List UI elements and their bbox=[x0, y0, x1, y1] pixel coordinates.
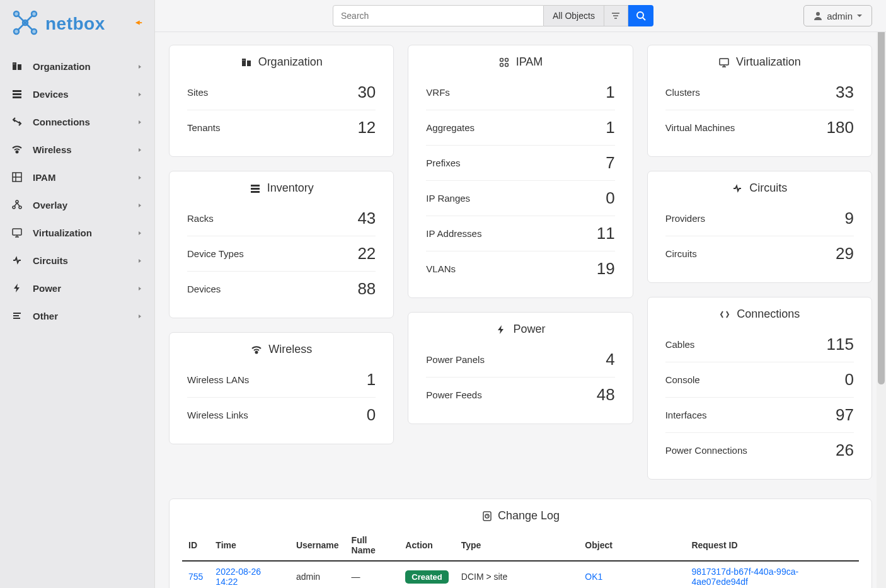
stat-row[interactable]: Providers9 bbox=[665, 201, 854, 236]
svg-rect-8 bbox=[13, 62, 16, 70]
col-header[interactable]: Object bbox=[578, 530, 685, 561]
stat-row[interactable]: Wireless LANs1 bbox=[187, 362, 376, 398]
sidebar-item-devices[interactable]: Devices bbox=[0, 80, 154, 108]
log-time[interactable]: 2022-08-26 14:22 bbox=[216, 567, 261, 587]
sidebar-item-other[interactable]: Other bbox=[0, 302, 154, 330]
stat-row[interactable]: Clusters33 bbox=[665, 75, 854, 110]
stat-row[interactable]: Power Panels4 bbox=[426, 342, 614, 378]
stat-row[interactable]: Cables115 bbox=[665, 327, 854, 362]
topbar: All Objects admin bbox=[155, 0, 886, 32]
col-header[interactable]: Type bbox=[455, 530, 579, 561]
stat-label: Circuits bbox=[665, 248, 697, 259]
changelog-card: Change Log IDTimeUsernameFull NameAction… bbox=[169, 499, 872, 588]
stat-row[interactable]: Sites30 bbox=[187, 75, 376, 110]
stat-row[interactable]: Racks43 bbox=[187, 201, 376, 236]
wireless-icon bbox=[11, 144, 26, 155]
organization-icon bbox=[241, 57, 252, 68]
stat-value: 0 bbox=[845, 370, 854, 389]
stat-row[interactable]: Power Feeds48 bbox=[426, 378, 614, 412]
sidebar-item-ipam[interactable]: IPAM bbox=[0, 163, 154, 191]
chevron-right-icon bbox=[137, 255, 143, 266]
sidebar-item-power[interactable]: Power bbox=[0, 274, 154, 302]
search-object-filter[interactable]: All Objects bbox=[544, 5, 604, 26]
stat-value: 30 bbox=[357, 83, 376, 102]
sidebar-item-virtualization[interactable]: Virtualization bbox=[0, 219, 154, 246]
search-input[interactable] bbox=[333, 5, 544, 26]
scrollbar[interactable] bbox=[877, 0, 886, 588]
stat-value: 26 bbox=[836, 441, 854, 460]
col-header[interactable]: Full Name bbox=[345, 530, 400, 561]
sidebar-item-connections[interactable]: Connections bbox=[0, 108, 154, 135]
stat-value: 1 bbox=[367, 370, 376, 389]
sidebar-item-circuits[interactable]: Circuits bbox=[0, 246, 154, 274]
filter-button[interactable] bbox=[604, 5, 628, 26]
log-object[interactable]: OK1 bbox=[578, 561, 685, 588]
stat-row[interactable]: Console0 bbox=[665, 362, 854, 398]
sidebar-item-wireless[interactable]: Wireless bbox=[0, 135, 154, 163]
table-row: 7552022-08-26 14:22admin—CreatedDCIM > s… bbox=[182, 561, 859, 588]
power-icon bbox=[495, 324, 507, 335]
org-icon bbox=[11, 61, 26, 72]
stat-label: Sites bbox=[187, 87, 208, 98]
stat-row[interactable]: Aggregates1 bbox=[426, 110, 614, 146]
stat-label: IP Ranges bbox=[426, 193, 470, 204]
stat-label: Console bbox=[665, 374, 700, 385]
stat-label: Virtual Machines bbox=[665, 122, 735, 133]
stat-row[interactable]: Power Connections26 bbox=[665, 433, 854, 468]
stat-row[interactable]: Tenants12 bbox=[187, 110, 376, 145]
svg-rect-12 bbox=[13, 90, 21, 92]
stat-value: 22 bbox=[357, 244, 376, 263]
stat-row[interactable]: VRFs1 bbox=[426, 75, 614, 110]
sidebar-item-overlay[interactable]: Overlay bbox=[0, 191, 154, 219]
log-user: admin bbox=[290, 561, 345, 588]
search-button[interactable] bbox=[628, 5, 653, 26]
col-header[interactable]: Request ID bbox=[685, 530, 859, 561]
log-request-id[interactable]: 9817317d-b67f-440a-99ca-4ae07ede94df bbox=[691, 567, 798, 587]
stat-row[interactable]: Wireless Links0 bbox=[187, 398, 376, 432]
col-header[interactable]: Username bbox=[290, 530, 345, 561]
nav-label: Wireless bbox=[33, 144, 72, 155]
stat-value: 1 bbox=[606, 118, 614, 137]
col-header[interactable]: Action bbox=[399, 530, 454, 561]
pin-icon[interactable] bbox=[134, 18, 143, 29]
stat-label: Providers bbox=[665, 213, 705, 224]
svg-rect-37 bbox=[242, 59, 246, 66]
stat-row[interactable]: IP Ranges0 bbox=[426, 181, 614, 216]
log-fullname: — bbox=[345, 561, 400, 588]
stat-row[interactable]: Virtual Machines180 bbox=[665, 110, 854, 145]
stat-row[interactable]: IP Addresses11 bbox=[426, 216, 614, 251]
stat-label: Aggregates bbox=[426, 122, 475, 133]
nav-label: Circuits bbox=[33, 255, 68, 266]
stat-row[interactable]: Interfaces97 bbox=[665, 398, 854, 433]
stat-value: 7 bbox=[606, 153, 614, 173]
stat-row[interactable]: Devices88 bbox=[187, 272, 376, 306]
stat-value: 97 bbox=[836, 405, 854, 425]
chevron-right-icon bbox=[137, 61, 143, 72]
stat-label: Racks bbox=[187, 213, 214, 224]
stat-label: Device Types bbox=[187, 248, 244, 259]
stat-row[interactable]: Prefixes7 bbox=[426, 146, 614, 181]
user-menu[interactable]: admin bbox=[803, 5, 872, 26]
sidebar-item-organization[interactable]: Organization bbox=[0, 52, 154, 80]
search-filter-label: All Objects bbox=[553, 11, 595, 21]
chevron-right-icon bbox=[137, 200, 143, 210]
svg-line-23 bbox=[14, 203, 17, 206]
chevron-right-icon bbox=[137, 144, 143, 155]
sidebar: netbox OrganizationDevicesConnectionsWir… bbox=[0, 0, 154, 588]
svg-rect-7 bbox=[140, 22, 142, 23]
stat-row[interactable]: Device Types22 bbox=[187, 236, 376, 272]
brand[interactable]: netbox bbox=[0, 0, 154, 50]
stat-row[interactable]: VLANs19 bbox=[426, 251, 614, 286]
search-icon bbox=[636, 11, 646, 21]
user-icon bbox=[813, 11, 823, 21]
log-id[interactable]: 755 bbox=[188, 572, 203, 582]
stat-row[interactable]: Circuits29 bbox=[665, 236, 854, 271]
nav: OrganizationDevicesConnectionsWirelessIP… bbox=[0, 50, 154, 330]
virtualization-card: VirtualizationClusters33Virtual Machines… bbox=[647, 45, 872, 157]
svg-rect-38 bbox=[247, 61, 251, 66]
devices-icon bbox=[11, 88, 26, 100]
col-header[interactable]: Time bbox=[209, 530, 290, 561]
svg-point-45 bbox=[500, 58, 503, 61]
col-header[interactable]: ID bbox=[182, 530, 209, 561]
svg-point-16 bbox=[16, 151, 18, 153]
